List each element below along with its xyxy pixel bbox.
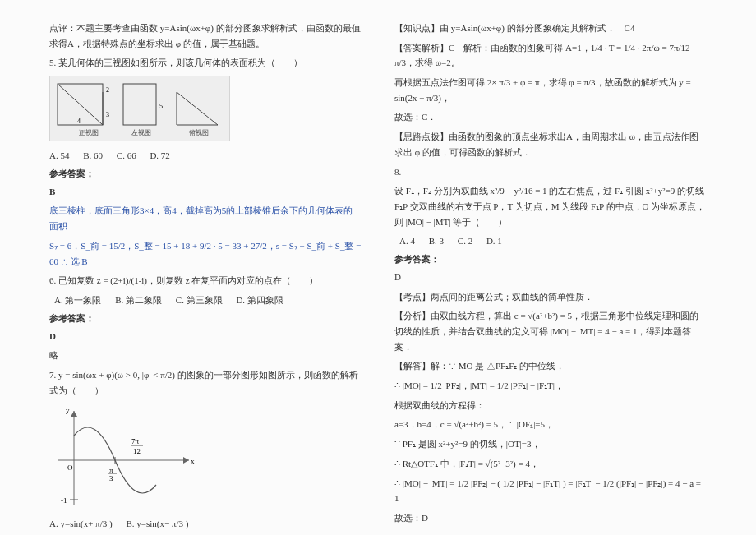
solve-l2: 根据双曲线的方程得： xyxy=(394,398,707,413)
q5-opt-b: B. 60 xyxy=(83,150,103,160)
q8-opt-a: A. 4 xyxy=(399,236,415,246)
q5-opt-a: A. 54 xyxy=(49,150,69,160)
answer-label-6: 参考答案： xyxy=(49,312,362,325)
ans-line2: 再根据五点法作图可得 2× π/3 + φ = π，求得 φ = π/3，故函数… xyxy=(394,75,707,105)
solve-l6: ∴ |MO| − |MT| = 1/2 |PF₂| − ( 1/2 |PF₁| … xyxy=(394,476,707,506)
q5-stem: 5. 某几何体的三视图如图所示，则该几何体的表面积为（ ） xyxy=(49,55,362,71)
ans8-choice: D xyxy=(394,270,707,285)
knowledge-point: 【知识点】由 y=Asin(ωx+φ) 的部分图象确定其解析式． C4 xyxy=(394,21,707,36)
sine-graph: x y O π 3 7π 12 -1 xyxy=(49,403,362,511)
solve-l3: a=3，b=4，c = √(a²+b²) = 5，∴ |OF₁|=5， xyxy=(394,417,707,432)
svg-text:O: O xyxy=(67,464,73,472)
svg-marker-16 xyxy=(71,411,77,417)
ans6-choice: D xyxy=(49,329,362,344)
q8-number: 8. xyxy=(394,164,707,180)
q5-opt-d: D. 72 xyxy=(150,150,169,160)
q6-opt-b: B. 第二象限 xyxy=(115,295,162,305)
thinking: 【思路点拨】由函数的图象的顶点坐标求出A，由周期求出 ω，由五点法作图求出 φ … xyxy=(394,129,707,159)
q8-options: A. 4 B. 3 C. 2 D. 1 xyxy=(399,233,707,249)
svg-text:y: y xyxy=(66,406,70,414)
q6-opt-a: A. 第一象限 xyxy=(54,295,101,305)
svg-text:俯视图: 俯视图 xyxy=(189,129,209,136)
q5-opt-c: C. 66 xyxy=(117,150,136,160)
solve-label: 【解答】解：∵ MO 是 △PF₁F₂ 的中位线， xyxy=(394,358,707,374)
svg-text:左视图: 左视图 xyxy=(131,129,151,136)
q8-opt-d: D. 1 xyxy=(486,236,502,246)
q8-opt-c: C. 2 xyxy=(458,236,472,246)
q6-opt-c: C. 第三象限 xyxy=(176,295,223,305)
ans-line3: 故选：C． xyxy=(394,109,707,125)
svg-text:3: 3 xyxy=(109,474,113,482)
answer-label-5: 参考答案： xyxy=(49,168,362,180)
solve-l5: ∴ Rt△OTF₁ 中，|F₁T| = √(5²−3²) = 4， xyxy=(394,456,707,472)
q7-row1: A. y=sin(x+ π/3 ) B. y=sin(x− π/3 ) xyxy=(49,516,362,532)
q7-opt-a: A. y=sin(x+ π/3 ) xyxy=(49,519,113,528)
answer-label-8: 参考答案： xyxy=(394,253,707,265)
svg-marker-14 xyxy=(183,457,189,464)
solve-l4: ∵ PF₁ 是圆 x²+y²=9 的切线，|OT|=3， xyxy=(394,436,707,452)
svg-text:x: x xyxy=(191,457,195,465)
q7-stem: 7. y = sin(ωx + φ)(ω > 0, |φ| < π/2) 的图象… xyxy=(49,367,362,398)
ans5-line2: S₇ = 6，S_前 = 15/2，S_整 = 15 + 18 + 9/2 · … xyxy=(49,238,362,269)
ans5-line1: 底三棱柱，底面三角形3×4，高4，截掉高为5的上部棱锥后余下的几何体表的面积 xyxy=(49,203,362,233)
svg-text:5: 5 xyxy=(159,103,163,110)
q7-opt-b: B. y=sin(x− π/3 ) xyxy=(126,519,188,528)
svg-text:正视图: 正视图 xyxy=(79,129,99,136)
q8-opt-b: B. 3 xyxy=(429,236,444,246)
q6-opt-d: D. 第四象限 xyxy=(236,295,283,305)
q5-options: A. 54 B. 60 C. 66 D. 72 xyxy=(49,148,362,164)
ans6-note: 略 xyxy=(49,348,362,363)
q8-stem: 设 F₁，F₂ 分别为双曲线 x²/9 − y²/16 = 1 的左右焦点，过 … xyxy=(394,183,707,229)
three-view-figure: 正视图 4 2 3 左视图 5 俯视图 xyxy=(49,76,362,143)
right-column: 【知识点】由 y=Asin(ωx+φ) 的部分图象确定其解析式． C4 【答案解… xyxy=(394,16,707,535)
comment-text: 点评：本题主要考查由函数 y=Asin(ωx+φ) 的部分图象求解析式，由函数的… xyxy=(49,21,362,51)
svg-text:4: 4 xyxy=(77,118,81,125)
solve-l1: ∴ |MO| = 1/2 |PF₂|，|MT| = 1/2 |PF₁| − |F… xyxy=(394,378,707,394)
exam-point: 【考点】两点间的距离公式；双曲线的简单性质． xyxy=(394,289,707,305)
left-column: 点评：本题主要考查由函数 y=Asin(ωx+φ) 的部分图象求解析式，由函数的… xyxy=(49,16,362,535)
analysis: 【分析】由双曲线方程，算出 c = √(a²+b²) = 5，根据三角形中位线定… xyxy=(394,308,707,354)
ans-header: 【答案解析】C 解析：由函数的图象可得 A=1，1/4 · T = 1/4 · … xyxy=(394,40,707,71)
svg-text:2: 2 xyxy=(106,86,109,94)
svg-text:3: 3 xyxy=(106,111,109,118)
ans5-choice: B xyxy=(49,184,362,200)
q6-stem: 6. 已知复数 z = (2+i)/(1-i)，则复数 z 在复平面内对应的点在… xyxy=(49,273,362,288)
svg-text:7π: 7π xyxy=(131,437,140,445)
q6-options: A. 第一象限 B. 第二象限 C. 第三象限 D. 第四象限 xyxy=(54,293,362,308)
solve-l7: 故选：D xyxy=(394,510,707,526)
svg-text:12: 12 xyxy=(133,447,141,455)
svg-text:-1: -1 xyxy=(61,496,67,505)
